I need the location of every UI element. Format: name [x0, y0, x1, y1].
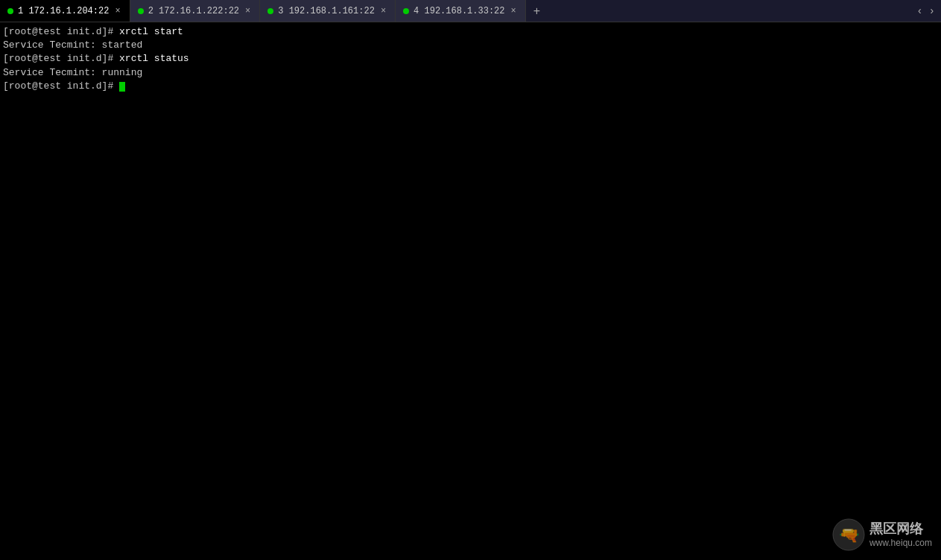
term-cmd-2: xrctl status [119, 53, 189, 64]
tab-next-button[interactable]: › [928, 5, 937, 17]
term-prompt-4: [root@test init.d]# [3, 80, 119, 92]
tab-navigation: ‹ › [910, 0, 941, 22]
tab-status-dot-1 [7, 8, 13, 14]
term-cmd-0: xrctl start [119, 26, 183, 37]
terminal-content: [root@test init.d]# xrctl startService T… [3, 25, 938, 93]
term-line-0: [root@test init.d]# xrctl start [3, 25, 938, 39]
tab-close-1[interactable]: × [113, 6, 121, 16]
terminal-area[interactable]: [root@test init.d]# xrctl startService T… [0, 22, 941, 560]
tab-status-dot-3 [267, 8, 273, 14]
tab-close-4[interactable]: × [510, 6, 518, 16]
tab-label-2: 2 172.16.1.222:22 [148, 6, 239, 16]
tab-4[interactable]: 4 192.168.1.33:22× [396, 0, 526, 22]
term-line-3: Service Tecmint: running [3, 66, 938, 80]
tab-label-1: 1 172.16.1.204:22 [18, 6, 109, 16]
tab-prev-button[interactable]: ‹ [915, 5, 924, 17]
term-line-2: [root@test init.d]# xrctl status [3, 52, 938, 66]
watermark-text: 黑区网络 www.heiqu.com [869, 521, 932, 550]
watermark: 🔫 黑区网络 www.heiqu.com [832, 518, 932, 551]
tab-bar: 1 172.16.1.204:22×2 172.16.1.222:22×3 19… [0, 0, 941, 22]
term-line-1: Service Tecmint: started [3, 39, 938, 52]
tab-1[interactable]: 1 172.16.1.204:22× [0, 0, 130, 22]
add-tab-button[interactable]: + [526, 0, 548, 22]
tab-close-3[interactable]: × [379, 6, 387, 16]
svg-text:🔫: 🔫 [838, 525, 859, 546]
term-line-4: [root@test init.d]# [3, 80, 938, 93]
tab-2[interactable]: 2 172.16.1.222:22× [130, 0, 261, 22]
term-prompt-2: [root@test init.d]# [3, 53, 119, 64]
tab-status-dot-2 [138, 8, 144, 14]
watermark-icon: 🔫 [832, 518, 865, 551]
term-prompt-0: [root@test init.d]# [3, 26, 119, 37]
watermark-site-url: www.heiqu.com [869, 538, 932, 550]
tab-3[interactable]: 3 192.168.1.161:22× [260, 0, 396, 22]
tab-close-2[interactable]: × [244, 6, 252, 16]
term-output-3: Service Tecmint: running [3, 67, 142, 78]
tab-label-3: 3 192.168.1.161:22 [278, 6, 375, 16]
tabs-container: 1 172.16.1.204:22×2 172.16.1.222:22×3 19… [0, 0, 526, 22]
tab-label-4: 4 192.168.1.33:22 [414, 6, 504, 16]
term-cursor [119, 82, 125, 92]
watermark-site-name: 黑区网络 [869, 521, 932, 538]
term-output-1: Service Tecmint: started [3, 39, 142, 51]
tab-status-dot-4 [403, 8, 409, 14]
